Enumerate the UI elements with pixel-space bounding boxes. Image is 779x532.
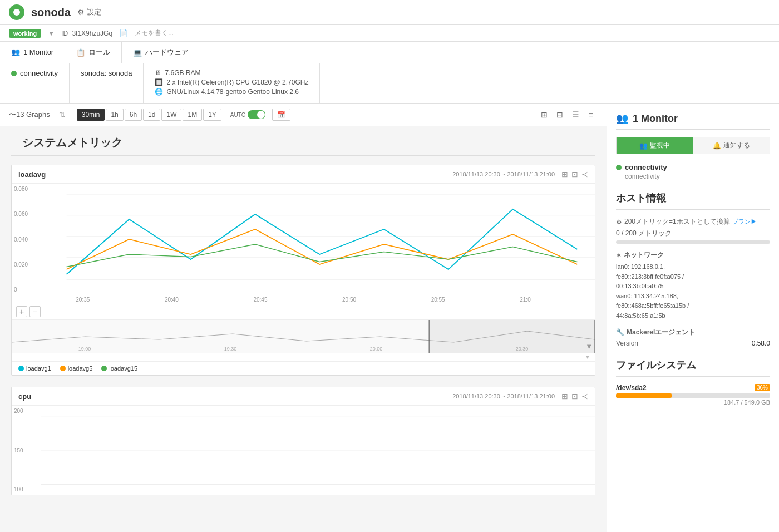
monitor-info-cell: connectivity <box>0 63 70 103</box>
chart-header-cpu: cpu 2018/11/13 20:30 ~ 2018/11/13 21:00 … <box>12 387 595 406</box>
left-panel: 〜13 Graphs ⇅ 30min 1h 6h 1d 1W 1M 1Y AUT… <box>0 104 607 532</box>
os-value: GNU/Linux 4.14.78-gentoo Gentoo Linux 2.… <box>166 88 299 96</box>
x-label-6: 21:0 <box>520 297 530 303</box>
slider-loadavg[interactable]: 19:00 19:30 20:00 20:30 ▼ <box>12 319 595 353</box>
right-panel: 👥 1 Monitor 👥 監視中 🔔 通知する connectivity co… <box>607 104 779 532</box>
legend-dot-loadavg1 <box>18 366 24 371</box>
chart-date-cpu: 2018/11/13 20:30 ~ 2018/11/13 21:00 <box>452 393 555 400</box>
metrics-info-row: ⚙ 200メトリック=1ホストとして換算 プラン▶ 0 / 200 メトリック <box>616 217 770 244</box>
hardware-info-cell: 🖥 7.6GB RAM 🔲 2 x Intel(R) Celeron(R) CP… <box>144 63 320 103</box>
app-title: sonoda <box>31 6 71 19</box>
monitor-tab-label: 1 Monitor <box>23 48 53 56</box>
y-label-2: 0.060 <box>14 211 36 217</box>
time-btn-6h[interactable]: 6h <box>125 109 142 121</box>
tab-hardware[interactable]: 💻 ハードウェア <box>122 42 200 63</box>
time-btn-1w[interactable]: 1W <box>161 109 181 121</box>
zoom-out-btn[interactable]: − <box>29 306 41 317</box>
chart-date-loadavg: 2018/11/13 20:30 ~ 2018/11/13 21:00 <box>452 171 555 178</box>
calendar-btn[interactable]: 📅 <box>272 109 290 121</box>
legend-loadavg5[interactable]: loadavg5 <box>60 365 93 372</box>
agent-icon: 🔧 <box>616 328 624 336</box>
agent-version-value: 0.58.0 <box>752 339 770 347</box>
view-grid4-icon[interactable]: ⊞ <box>538 108 551 121</box>
y-label-5: 0 <box>14 287 36 293</box>
right-tabs: 👥 監視中 🔔 通知する <box>616 137 770 154</box>
chart-legend-loadavg: loadavg1 loadavg5 loadavg15 <box>12 361 595 375</box>
zoom-controls: + − <box>12 304 595 319</box>
monitoring-icon: 👥 <box>639 142 648 150</box>
chart-actions-cpu: ⊞ ⊡ ≺ <box>561 392 588 401</box>
time-btn-1m[interactable]: 1M <box>183 109 202 121</box>
chart-title-loadavg: loadavg <box>18 170 46 179</box>
monitor-item-connectivity: connectivity connectivity <box>616 163 770 180</box>
x-labels-loadavg: 20:35 20:40 20:45 20:50 20:55 21:0 <box>12 295 595 304</box>
slider-label-4: 20:30 <box>516 346 529 352</box>
view-list-icon[interactable]: ≡ <box>584 108 598 121</box>
filesystem-title: ファイルシステム <box>616 358 770 377</box>
auto-toggle: AUTO <box>230 110 266 119</box>
network-info-row: ✶ ネットワーク lan0: 192.168.0.1, fe80::213:3b… <box>616 250 770 321</box>
right-tab-monitoring[interactable]: 👥 監視中 <box>617 137 693 154</box>
y-label-1: 0.080 <box>14 186 36 192</box>
chart-container-loadavg: 0.080 0.060 0.040 0.020 0 <box>12 184 595 361</box>
right-tab-notify[interactable]: 🔔 通知する <box>693 137 770 154</box>
agent-label: 🔧 Mackerelエージェント <box>616 328 770 337</box>
role-tab-label: ロール <box>88 47 110 57</box>
time-btn-30min[interactable]: 30min <box>77 109 105 121</box>
time-btn-1y[interactable]: 1Y <box>203 109 221 121</box>
gear-icon: ⚙ <box>77 8 85 17</box>
dropdown-arrow[interactable]: ▼ <box>48 29 55 37</box>
monitor-name: connectivity <box>616 163 770 171</box>
chart-header-loadavg: loadavg 2018/11/13 20:30 ~ 2018/11/13 21… <box>12 165 595 184</box>
tab-monitor[interactable]: 👥 1 Monitor <box>0 42 65 63</box>
view-icons: ⊞ ⊟ ☰ ≡ <box>538 108 598 121</box>
monitor-sub: connectivity <box>625 173 770 180</box>
view-grid2-icon[interactable]: ☰ <box>569 108 582 121</box>
chart-loadavg: loadavg 2018/11/13 20:30 ~ 2018/11/13 21… <box>11 165 595 376</box>
monitor-status-dot <box>616 165 622 170</box>
chart-share-icon[interactable]: ≺ <box>581 170 588 179</box>
plan-link[interactable]: プラン▶ <box>732 218 757 226</box>
metric-count: 0 / 200 メトリック <box>616 229 770 238</box>
scroll-down-icon: ▼ <box>585 354 590 360</box>
time-btn-1d[interactable]: 1d <box>143 109 160 121</box>
ram-value: 7.6GB RAM <box>165 69 200 77</box>
auto-toggle-switch[interactable] <box>248 110 265 119</box>
legend-loadavg1[interactable]: loadavg1 <box>18 365 51 372</box>
host-info-title: ホスト情報 <box>616 191 770 210</box>
divider: 📄 <box>119 29 128 37</box>
sort-icon[interactable]: ⇅ <box>59 110 66 119</box>
role-value: sonoda: sonoda <box>81 69 132 77</box>
x-label-2: 20:40 <box>165 297 179 303</box>
settings-link[interactable]: ⚙ 設定 <box>77 7 101 17</box>
auto-label: AUTO <box>230 112 246 118</box>
monitor-section-title: 👥 1 Monitor <box>616 112 770 130</box>
x-label-5: 20:55 <box>431 297 445 303</box>
notify-icon: 🔔 <box>713 142 721 150</box>
time-btn-1h[interactable]: 1h <box>106 109 123 121</box>
toggle-knob <box>257 111 265 119</box>
tab-role[interactable]: 📋 ロール <box>65 42 122 63</box>
x-label-4: 20:50 <box>342 297 356 303</box>
slider-handle[interactable]: ▼ <box>583 340 595 353</box>
cpu-value: 2 x Intel(R) Celeron(R) CPU G1820 @ 2.70… <box>166 78 308 86</box>
id-label: ID 3t1X9hzuJGq <box>61 29 112 37</box>
view-grid3-icon[interactable]: ⊟ <box>553 108 566 121</box>
monitor-connectivity: connectivity <box>20 69 58 77</box>
fs-item-sda2: /dev/sda2 36% 184.7 / 549.0 GB <box>616 384 770 406</box>
chart-cpu-copy-icon[interactable]: ⊞ <box>561 392 568 401</box>
status-badge: working <box>9 29 41 38</box>
host-info-section: ホスト情報 ⚙ 200メトリック=1ホストとして換算 プラン▶ 0 / 200 … <box>616 191 770 347</box>
zoom-in-btn[interactable]: + <box>16 306 27 317</box>
chart-download-icon[interactable]: ⊡ <box>571 170 578 179</box>
memo-input[interactable]: メモを書く... <box>135 28 174 38</box>
chart-cpu-share-icon[interactable]: ≺ <box>581 392 588 401</box>
legend-loadavg15[interactable]: loadavg15 <box>101 365 137 372</box>
agent-version-label: Version <box>616 339 638 347</box>
os-icon: 🌐 <box>155 88 163 96</box>
chart-cpu-download-icon[interactable]: ⊡ <box>571 392 578 401</box>
fs-pct-badge: 36% <box>755 384 770 391</box>
fs-bar <box>616 393 770 398</box>
metrics-icon: ⚙ <box>616 218 622 226</box>
chart-copy-icon[interactable]: ⊞ <box>561 170 568 179</box>
